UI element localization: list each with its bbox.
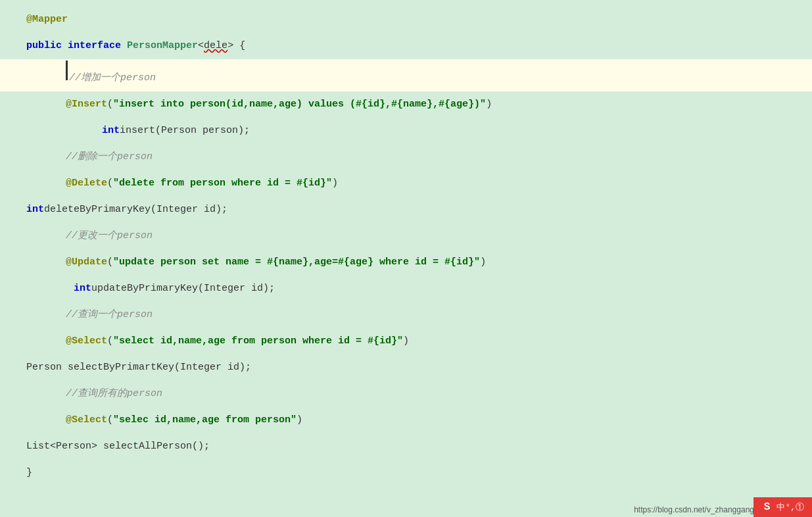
token-string-select1: "select id,name,age from person where id… <box>113 330 403 353</box>
s-logo: S <box>761 500 773 514</box>
bottom-bar: S 中°,① <box>753 497 812 517</box>
bottom-icons: 中°,① <box>776 501 804 513</box>
bottom-url: https://blog.csdn.net/v_zhanggang <box>629 503 759 517</box>
token-keyword-int1: int <box>102 119 120 143</box>
token-comment2: //删除一个person <box>66 145 153 169</box>
code-line-delete-anno: @Delete ( "delete from person where id =… <box>0 170 812 197</box>
token-keyword-int3: int <box>74 277 91 301</box>
token-comment1: //增加一个person <box>69 66 156 90</box>
url-text: https://blog.csdn.net/v_zhanggang <box>634 505 754 514</box>
token-list-type: List<Person> selectAllPerson(); <box>26 435 210 458</box>
code-line-comment3: //更改一个person <box>0 223 812 249</box>
code-line-mapper: @Mapper <box>0 7 812 33</box>
code-line-comment1: //增加一个person <box>0 59 812 91</box>
token-keyword-public: public <box>26 34 62 58</box>
code-line-close: } <box>0 460 812 486</box>
token-annotation-mapper: @Mapper <box>26 8 68 32</box>
code-line-select1-method: Person selectByPrimartKey(Integer id); <box>0 355 812 381</box>
token-annotation-insert: @Insert <box>66 93 107 116</box>
code-line-update-anno: @Update ( "update person set name = #{na… <box>0 249 812 276</box>
token-keyword-int2: int <box>26 198 44 222</box>
token-annotation-select2: @Select <box>66 408 107 432</box>
token-string-select2: "selec id,name,age from person" <box>113 408 297 432</box>
code-line-comment2: //删除一个person <box>0 144 812 170</box>
code-line-comment4: //查询一个person <box>0 302 812 328</box>
text-cursor <box>66 61 68 80</box>
code-line-interface: public interface PersonMapper < dele > { <box>0 33 812 59</box>
token-string-insert: "insert into person(id,name,age) values … <box>113 93 486 116</box>
code-line-update-method: int updateByPrimaryKey(Integer id); <box>0 276 812 302</box>
code-editor: @Mapper public interface PersonMapper < … <box>0 0 812 517</box>
token-person-type: Person selectByPrimartKey(Integer id); <box>26 356 251 380</box>
token-annotation-update: @Update <box>66 251 107 274</box>
token-annotation-select1: @Select <box>66 330 107 353</box>
token-string-update: "update person set name = #{name},age=#{… <box>113 251 480 274</box>
code-line-select1-anno: @Select ( "select id,name,age from perso… <box>0 328 812 355</box>
token-string-delete: "delete from person where id = #{id}" <box>113 172 332 195</box>
code-line-insert-method: int insert(Person person); <box>0 118 812 144</box>
token-classname: PersonMapper <box>127 34 198 58</box>
code-line-select2-method: List<Person> selectAllPerson(); <box>0 433 812 460</box>
token-comment4: //查询一个person <box>66 303 153 327</box>
code-line-select2-anno: @Select ( "selec id,name,age from person… <box>0 407 812 433</box>
token-keyword-interface: interface <box>68 34 121 58</box>
token-comment3: //更改一个person <box>66 224 153 248</box>
code-line-comment5: //查询所有的person <box>0 381 812 407</box>
token-comment5: //查询所有的person <box>66 382 162 406</box>
token-annotation-delete: @Delete <box>66 172 107 195</box>
token-generic-del: dele <box>204 34 227 58</box>
code-line-delete-method: int deleteByPrimaryKey(Integer id); <box>0 197 812 223</box>
code-line-insert-anno: @Insert ( "insert into person(id,name,ag… <box>0 91 812 118</box>
